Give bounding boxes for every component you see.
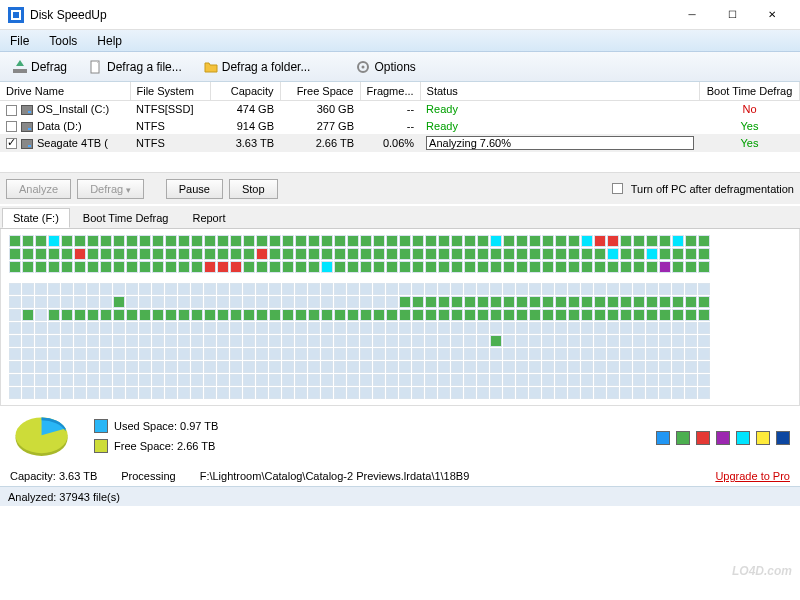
menu-file[interactable]: File	[6, 32, 33, 50]
toolbar-options[interactable]: Options	[347, 56, 424, 78]
cluster-cell	[165, 374, 177, 386]
cluster-cell	[425, 374, 437, 386]
cluster-cell	[477, 261, 489, 273]
maximize-button[interactable]: ☐	[712, 1, 752, 29]
cluster-cell	[22, 348, 34, 360]
drive-row[interactable]: Data (D:) NTFS 914 GB 277 GB -- Ready Ye…	[0, 118, 800, 135]
upgrade-link[interactable]: Upgrade to Pro	[715, 470, 790, 482]
cluster-cell	[555, 322, 567, 334]
drive-row[interactable]: OS_Install (C:) NTFS[SSD] 474 GB 360 GB …	[0, 101, 800, 118]
cluster-cell	[347, 348, 359, 360]
drive-status: Ready	[420, 101, 699, 118]
cluster-cell	[152, 348, 164, 360]
toolbar-defrag-file[interactable]: Defrag a file...	[80, 56, 191, 78]
drive-checkbox[interactable]	[6, 121, 17, 132]
cluster-cell	[412, 387, 424, 399]
cluster-cell	[685, 261, 697, 273]
cluster-cell	[87, 309, 99, 321]
cluster-cell	[620, 283, 632, 295]
menu-tools[interactable]: Tools	[45, 32, 81, 50]
cluster-cell	[74, 387, 86, 399]
cluster-cell	[269, 283, 281, 295]
tab-state[interactable]: State (F:)	[2, 208, 70, 228]
cluster-cell	[35, 235, 47, 247]
status-ready: Ready	[426, 120, 458, 132]
close-button[interactable]: ✕	[752, 1, 792, 29]
cluster-cell	[165, 387, 177, 399]
cluster-cell	[646, 335, 658, 347]
cluster-cell	[165, 296, 177, 308]
window-title: Disk SpeedUp	[30, 8, 672, 22]
cluster-cell	[178, 387, 190, 399]
defrag-button[interactable]: Defrag	[77, 179, 144, 199]
cluster-cell	[308, 309, 320, 321]
cluster-cell	[217, 387, 229, 399]
cluster-cell	[165, 361, 177, 373]
cluster-cell	[9, 248, 21, 260]
cluster-cell	[607, 248, 619, 260]
cluster-cell	[529, 348, 541, 360]
cluster-cell	[373, 374, 385, 386]
tab-boot-time-defrag[interactable]: Boot Time Defrag	[72, 208, 180, 228]
cluster-cell	[321, 309, 333, 321]
cluster-cell	[399, 235, 411, 247]
drive-checkbox[interactable]	[6, 138, 17, 149]
col-capacity[interactable]: Capacity	[210, 82, 280, 101]
cluster-cell	[126, 348, 138, 360]
cluster-cell	[191, 283, 203, 295]
menu-help[interactable]: Help	[93, 32, 126, 50]
toolbar-defrag-folder[interactable]: Defrag a folder...	[195, 56, 320, 78]
cluster-cell	[191, 261, 203, 273]
cluster-cell	[347, 283, 359, 295]
cluster-cell	[204, 248, 216, 260]
col-file-system[interactable]: File System	[130, 82, 210, 101]
cluster-cell	[477, 309, 489, 321]
analyze-button[interactable]: Analyze	[6, 179, 71, 199]
cluster-cell	[698, 283, 710, 295]
cluster-cell	[269, 248, 281, 260]
cluster-cell	[152, 309, 164, 321]
cluster-cell	[542, 335, 554, 347]
cluster-cell	[48, 261, 60, 273]
cluster-cell	[503, 283, 515, 295]
cluster-cell	[412, 235, 424, 247]
cluster-cell	[503, 374, 515, 386]
cluster-cell	[360, 322, 372, 334]
cluster-cell	[685, 387, 697, 399]
cluster-cell	[9, 374, 21, 386]
col-drive-name[interactable]: Drive Name	[0, 82, 130, 101]
cluster-cell	[178, 374, 190, 386]
col-boot-time-defrag[interactable]: Boot Time Defrag	[700, 82, 800, 101]
cluster-cell	[555, 309, 567, 321]
cluster-cell	[698, 296, 710, 308]
cluster-cell	[126, 261, 138, 273]
drive-checkbox[interactable]	[6, 105, 17, 116]
stop-button[interactable]: Stop	[229, 179, 278, 199]
cluster-cell	[399, 261, 411, 273]
cluster-cell	[568, 348, 580, 360]
col-fragment[interactable]: Fragme...	[360, 82, 420, 101]
cluster-cell	[386, 387, 398, 399]
tab-report[interactable]: Report	[181, 208, 236, 228]
svg-point-6	[362, 65, 365, 68]
cluster-cell	[113, 261, 125, 273]
col-status[interactable]: Status	[420, 82, 699, 101]
drive-row[interactable]: Seagate 4TB ( NTFS 3.63 TB 2.66 TB 0.06%…	[0, 134, 800, 152]
cluster-cell	[22, 235, 34, 247]
cluster-cell	[412, 296, 424, 308]
minimize-button[interactable]: ─	[672, 1, 712, 29]
turnoff-checkbox[interactable]: Turn off PC after defragmentation	[612, 183, 794, 195]
toolbar: Defrag Defrag a file... Defrag a folder.…	[0, 52, 800, 82]
cluster-cell	[477, 322, 489, 334]
cluster-cell	[646, 348, 658, 360]
cluster-cell	[165, 248, 177, 260]
col-free-space[interactable]: Free Space	[280, 82, 360, 101]
cluster-cell	[295, 296, 307, 308]
cluster-cell	[334, 235, 346, 247]
pause-button[interactable]: Pause	[166, 179, 223, 199]
cluster-cell	[698, 374, 710, 386]
cluster-cell	[22, 322, 34, 334]
cluster-cell	[256, 361, 268, 373]
toolbar-defrag[interactable]: Defrag	[4, 56, 76, 78]
legend-swatch	[756, 431, 770, 445]
